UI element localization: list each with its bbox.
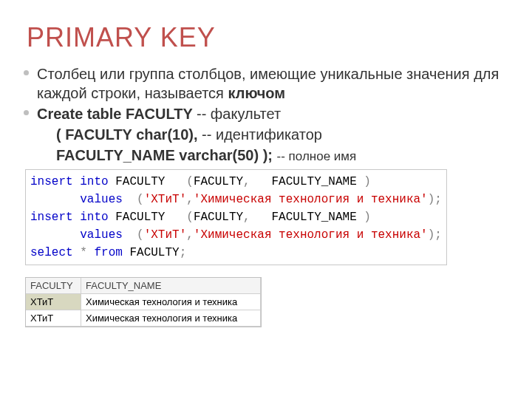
result-table: FACULTY FACULTY_NAME ХТиТ Химическая тех… [25, 277, 262, 327]
bullet-2-bold: Create table FACULTY [37, 106, 197, 122]
bullet-2: Create table FACULTY -- факультет [22, 104, 510, 123]
bullet-dot-icon [24, 110, 29, 115]
slide: PRIMARY KEY Столбец или группа столбцов,… [0, 0, 532, 342]
bullet-4-tail: -- полное имя [277, 149, 357, 163]
bullet-3-tail: -- идентификатор [202, 126, 322, 143]
cell-faculty: ХТиТ [26, 310, 81, 327]
code-line-3: insert into FACULTY (FACULTY, FACULTY_NA… [30, 208, 442, 226]
bullet-3: ( FACULTY char(10), -- идентификатор [22, 125, 510, 144]
bullet-list: Столбец или группа столбцов, имеющие уни… [22, 64, 510, 165]
bullet-4: FACULTY_NAME varchar(50) ); -- полное им… [22, 146, 510, 165]
cell-faculty-name: Химическая технология и техника [81, 310, 261, 327]
code-line-4: values ('ХТиТ','Химическая технология и … [30, 226, 442, 244]
bullet-dot-icon [24, 70, 29, 75]
table-row: ХТиТ Химическая технология и техника [26, 294, 261, 310]
table-row: ХТиТ Химическая технология и техника [26, 310, 261, 327]
code-line-5: select * from FACULTY; [30, 244, 442, 262]
slide-title: PRIMARY KEY [27, 22, 510, 53]
bullet-1: Столбец или группа столбцов, имеющие уни… [22, 64, 510, 103]
bullet-1-bold: ключом [228, 85, 285, 101]
table-header-row: FACULTY FACULTY_NAME [26, 278, 261, 294]
bullet-2-tail: -- факультет [197, 106, 281, 122]
code-line-1: insert into FACULTY (FACULTY, FACULTY_NA… [30, 173, 442, 191]
cell-faculty-name: Химическая технология и техника [81, 294, 261, 310]
bullet-3-bold: ( FACULTY char(10), [56, 126, 202, 143]
sql-code-block: insert into FACULTY (FACULTY, FACULTY_NA… [25, 169, 447, 265]
code-line-2: values ('ХТиТ','Химическая технология и … [30, 191, 442, 208]
column-header-faculty-name: FACULTY_NAME [81, 278, 261, 294]
cell-faculty: ХТиТ [26, 294, 81, 310]
bullet-4-bold: FACULTY_NAME varchar(50) ); [56, 147, 277, 163]
column-header-faculty: FACULTY [26, 278, 81, 294]
